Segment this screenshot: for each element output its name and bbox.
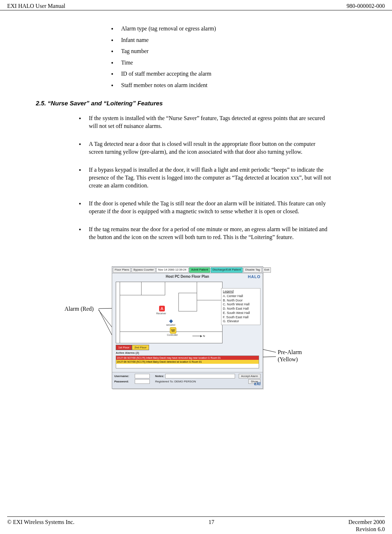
legend-item: G. Elevator [223,319,259,324]
floor-buttons: 1st Floor 2nd Floor [116,345,149,350]
icon-label: Controller [167,334,178,336]
callout-line1: Pre-Alarm [278,349,302,355]
figure-container: Alarm (Red) Pre-Alarm (Yellow) [29,266,363,395]
list-item: ID of staff member accepting the alarm [111,70,363,78]
footer-rule [7,516,385,517]
feature-bullet-list: If the system is installed with the “Nur… [79,114,331,242]
active-alarms-title: Active Alarms (2) [116,351,139,354]
list-item: If the door is opened while the Tag is s… [79,200,331,215]
password-input[interactable] [135,379,150,384]
section-heading: 2.5. “Nurse Saver” and “Loitering” Featu… [36,100,363,107]
secured-icon: ◆ [168,318,174,324]
page-footer: © EXI Wireless Systems Inc. 17 December … [7,519,385,525]
discharge-edit-patient-button[interactable]: Discharge/Edit Patient [211,267,243,273]
list-item: If a bypass keypad is installed at the d… [79,166,331,190]
username-label: Username: [114,375,134,378]
app-topbar: Floor Plans Bypass Counter Nov 14 2000 1… [112,267,263,273]
legend-item: D. North East Hall [223,307,259,311]
legend-item: E. South West Hall [223,311,259,315]
page-header: EXI HALO User Manual 980-000002-000 [0,0,392,10]
panel-title: Host PC Demo Floor Plan [112,275,263,278]
footer-left: © EXI Wireless Systems Inc. [7,519,75,525]
footer-revision: Revision 6.0 [356,526,385,533]
legend-item: C. North West Hall [223,302,259,307]
brand-logo: HALO [248,275,260,279]
password-label: Password: [114,380,134,383]
list-item: Time [111,59,363,67]
accept-alarm-button[interactable]: Accept Alarm [239,374,260,378]
admit-patient-button[interactable]: Admit Patient [189,267,210,273]
callout-label-alarm-red: Alarm (Red) [64,306,94,312]
icon-label: Receiver [156,312,166,315]
legend-item: A. Center Hall [223,294,259,299]
document-page: EXI HALO User Manual 980-000002-000 Alar… [0,0,392,534]
list-item: Tag number [111,47,363,55]
icon-label: secured [166,324,175,326]
callout-label-prealarm-yellow: Pre-Alarm (Yellow) [278,349,302,362]
screenshot-floorplan-app: Floor Plans Bypass Counter Nov 14 2000 1… [112,266,263,389]
exi-logo: eXI [254,381,260,386]
bypass-counter-button[interactable]: Bypass Counter [132,267,156,273]
header-right: 980-000002-000 [346,3,385,9]
alarm-receiver-icon[interactable]: A [159,306,165,311]
notes-label: Notes: [155,375,164,378]
page-content: Alarm type (tag removal or egress alarm)… [0,25,392,395]
header-left: EXI HALO User Manual [7,3,65,9]
alarm-line-yellow[interactable]: 19:27:06 9/27/00 (5C175) Infant Baby Dav… [116,360,259,364]
legend-item: B. North Door [223,299,259,303]
prealarm-controller-icon[interactable]: W [170,327,176,334]
legend-title: Legend [223,290,259,294]
bottom-bar: Username: Notes: Accept Alarm Password: … [112,372,263,388]
exit-button[interactable]: Exit [263,267,271,273]
notes-input[interactable] [165,374,235,378]
list-item: A Tag detected near a door that is close… [79,140,331,156]
registered-to-label: Registered To: DEMO PERSON [155,380,247,383]
second-floor-button[interactable]: 2nd Floor [132,345,149,350]
list-item: Staff member notes on alarm incident [111,81,363,89]
list-item: Infant name [111,36,363,44]
list-item: Alarm type (tag removal or egress alarm) [111,25,363,33]
list-item: If the system is installed with the “Nur… [79,114,331,130]
floor-plans-button[interactable]: Floor Plans [113,267,131,273]
footer-page-number: 17 [209,519,214,525]
north-indicator: N [192,334,205,338]
first-floor-button[interactable]: 1st Floor [116,345,132,350]
disable-tag-button[interactable]: Disable Tag [243,267,262,273]
list-item: If the tag remains near the door for a p… [79,225,331,241]
legend-item: F. South East Hall [223,315,259,320]
username-input[interactable] [135,374,150,378]
floor-plan-canvas: A Receiver ◆ secured W Controller N [116,282,223,343]
callout-line2: (Yellow) [278,356,298,362]
intro-bullet-list: Alarm type (tag removal or egress alarm)… [111,25,363,89]
active-alarms-list: 19:27:08 9/27/00 (5C175) Infant Baby Dav… [116,356,259,368]
footer-right: December 2000 [348,519,385,525]
alarm-line-red[interactable]: 19:27:08 9/27/00 (5C175) Infant Baby Dav… [116,356,259,360]
legend-box: Legend A. Center Hall B. North Door C. N… [221,288,260,325]
datetime-display: Nov 14 2000 12:39:24 [156,267,188,273]
